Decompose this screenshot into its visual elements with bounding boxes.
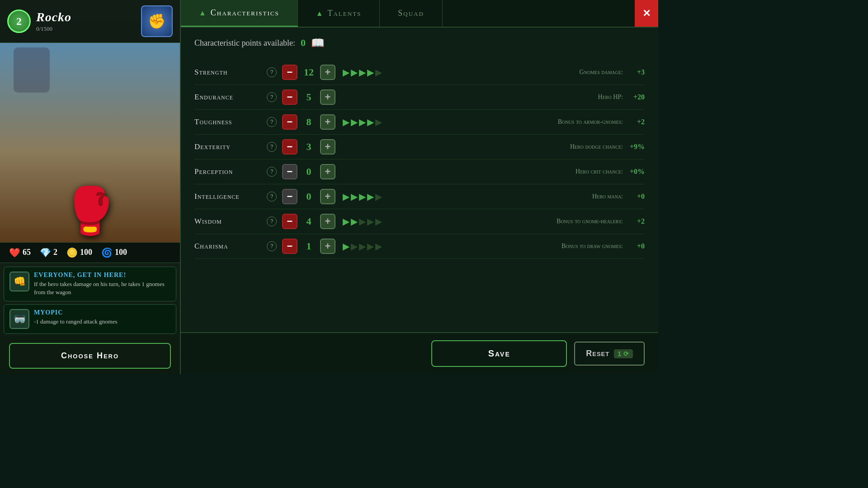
bonus-value-perception: +0%	[627, 168, 645, 176]
close-button[interactable]: ✕	[635, 0, 658, 27]
help-button-wisdom[interactable]: ?	[267, 216, 277, 226]
arrow-filled: ▶	[351, 216, 358, 227]
stat-value-toughness: 8	[297, 116, 320, 128]
arrow-empty: ▶	[359, 216, 366, 227]
arrow-empty: ▶	[375, 191, 382, 202]
minus-button-perception[interactable]: −	[282, 164, 297, 179]
trait-name-myopic: Myopic	[34, 309, 117, 316]
arrow-filled: ▶	[343, 216, 349, 227]
trait-name-everyone: Everyone, get in here!	[34, 272, 170, 279]
help-button-endurance[interactable]: ?	[267, 92, 277, 102]
trait-desc-everyone: If the hero takes damage on his turn, he…	[34, 280, 170, 296]
plus-button-charisma[interactable]: +	[320, 239, 335, 254]
trait-icon-myopic: 🥽	[9, 309, 29, 329]
arrow-filled: ▶	[351, 117, 358, 127]
arrows-toughness: ▶▶▶▶▶	[343, 117, 382, 127]
stat-label-perception: Perception	[194, 167, 267, 176]
help-button-strength[interactable]: ?	[267, 67, 277, 77]
minus-button-dexterity[interactable]: −	[282, 139, 297, 155]
plus-button-endurance[interactable]: +	[320, 89, 335, 105]
arrow-filled: ▶	[343, 117, 349, 127]
minus-button-strength[interactable]: −	[282, 65, 297, 80]
help-button-perception[interactable]: ?	[267, 167, 277, 177]
hero-header: 2 Rocko 0/1500 ✊	[0, 0, 180, 43]
choose-hero-button[interactable]: Choose Hero	[9, 343, 171, 369]
plus-button-strength[interactable]: +	[320, 65, 335, 80]
stat-row-toughness: Toughness ? − 8 + ▶▶▶▶▶ Bonus to armor-g…	[194, 110, 645, 135]
stats-container: Strength ? − 12 + ▶▶▶▶▶ Gnomes damage: +…	[194, 60, 645, 259]
minus-button-charisma[interactable]: −	[282, 239, 297, 254]
arrow-filled: ▶	[351, 191, 358, 202]
arrow-empty: ▶	[367, 241, 374, 252]
tab-talents-label: Talents	[327, 9, 361, 18]
tabs-bar: ▲ Characteristics ▲ Talents Squad ✕	[181, 0, 658, 28]
hero-shards-value: 100	[115, 248, 127, 257]
minus-button-endurance[interactable]: −	[282, 89, 297, 105]
plus-button-wisdom[interactable]: +	[320, 214, 335, 229]
bonus-label-strength: Gnomes damage:	[580, 69, 623, 76]
help-button-charisma[interactable]: ?	[267, 241, 277, 251]
right-panel: ▲ Characteristics ▲ Talents Squad ✕ Char…	[181, 0, 658, 374]
arrow-filled: ▶	[343, 241, 349, 252]
plus-button-dexterity[interactable]: +	[320, 139, 335, 155]
stat-value-charisma: 1	[297, 240, 320, 252]
points-bar: Characteristic points available: 0 📖	[194, 37, 645, 49]
trait-card-myopic: 🥽 Myopic -1 damage to ranged attack gnom…	[4, 304, 176, 334]
arrow-filled: ▶	[343, 67, 349, 78]
minus-button-intelligence[interactable]: −	[282, 189, 297, 204]
plus-button-perception[interactable]: +	[320, 164, 335, 179]
minus-button-wisdom[interactable]: −	[282, 214, 297, 229]
reset-count: 1 ⟳	[614, 349, 633, 358]
bonus-value-toughness: +2	[627, 118, 645, 126]
bonus-label-dexterity: Hero dodge chance:	[570, 143, 623, 150]
tab-talents[interactable]: ▲ Talents	[298, 0, 380, 27]
help-button-toughness[interactable]: ?	[267, 117, 277, 127]
stat-row-intelligence: Intelligence ? − 0 + ▶▶▶▶▶ Hero mana: +0	[194, 184, 645, 209]
arrow-filled: ▶	[359, 191, 366, 202]
arrow-filled: ▶	[359, 117, 366, 127]
bonus-value-charisma: +0	[627, 242, 645, 250]
trait-desc-myopic: -1 damage to ranged attack gnomes	[34, 318, 117, 326]
stat-bonus-endurance: Hero HP: +20	[598, 93, 645, 101]
bonus-label-perception: Hero crit chance:	[576, 168, 623, 175]
hero-mana-stat: 💎 2	[40, 247, 57, 258]
points-value: 0	[301, 37, 306, 49]
stat-row-strength: Strength ? − 12 + ▶▶▶▶▶ Gnomes damage: +…	[194, 60, 645, 85]
tab-squad[interactable]: Squad	[380, 0, 443, 27]
stat-value-endurance: 5	[297, 91, 320, 103]
hero-mana-value: 2	[53, 248, 57, 257]
stat-label-endurance: Endurance	[194, 93, 267, 102]
mana-icon: 💎	[40, 247, 51, 258]
tab-characteristics-label: Characteristics	[211, 8, 279, 18]
stat-row-dexterity: Dexterity ? − 3 + Hero dodge chance: +9%	[194, 135, 645, 160]
arrows-wisdom: ▶▶▶▶▶	[343, 216, 382, 227]
help-button-intelligence[interactable]: ?	[267, 192, 277, 202]
stat-value-dexterity: 3	[297, 141, 320, 153]
plus-button-intelligence[interactable]: +	[320, 189, 335, 204]
bonus-value-dexterity: +9%	[627, 143, 645, 151]
reset-button[interactable]: Reset 1 ⟳	[574, 342, 645, 366]
bonus-value-endurance: +20	[627, 93, 645, 101]
arrow-filled: ▶	[367, 67, 374, 78]
gold-icon: 🪙	[66, 247, 78, 258]
traits-section: 👊 Everyone, get in here! If the hero tak…	[0, 263, 180, 338]
stat-bonus-strength: Gnomes damage: +3	[580, 68, 645, 76]
plus-button-toughness[interactable]: +	[320, 114, 335, 130]
minus-button-toughness[interactable]: −	[282, 114, 297, 130]
hero-emblem: ✊	[141, 5, 173, 37]
trait-card-everyone: 👊 Everyone, get in here! If the hero tak…	[4, 267, 176, 301]
save-button[interactable]: Save	[431, 340, 567, 367]
hero-hp-stat: ❤️ 65	[9, 247, 31, 258]
arrow-empty: ▶	[375, 67, 382, 78]
hero-shards-stat: 🌀 100	[101, 247, 127, 258]
tab-characteristics[interactable]: ▲ Characteristics	[181, 0, 298, 27]
arrows-charisma: ▶▶▶▶▶	[343, 241, 382, 252]
stat-label-intelligence: Intelligence	[194, 192, 267, 201]
bonus-value-intelligence: +0	[627, 192, 645, 201]
arrows-intelligence: ▶▶▶▶▶	[343, 191, 382, 202]
hero-gold-stat: 🪙 100	[66, 247, 92, 258]
help-button-dexterity[interactable]: ?	[267, 142, 277, 152]
bonus-label-toughness: Bonus to armor-gnomes:	[558, 118, 623, 126]
hero-gold-value: 100	[80, 248, 92, 257]
level-badge: 2	[7, 9, 31, 33]
